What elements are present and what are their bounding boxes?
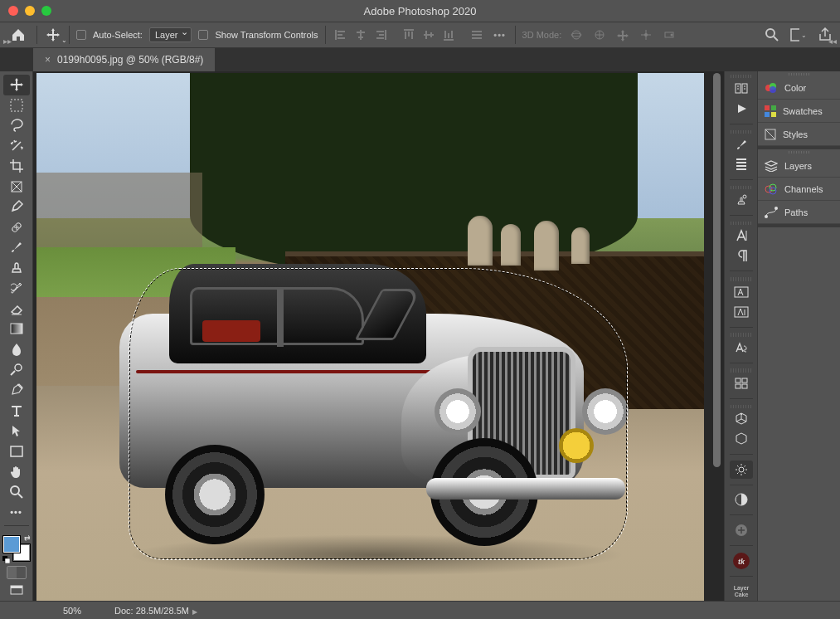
glyphs-panel-icon[interactable]	[730, 339, 753, 357]
shape-tool[interactable]	[3, 441, 30, 461]
svg-rect-25	[736, 378, 740, 383]
doc-size[interactable]: Doc: 28.5M/28.5M	[114, 606, 189, 616]
align-hcenter-button[interactable]	[352, 27, 369, 43]
styles-panel-label: Styles	[783, 129, 808, 139]
collapse-right-icon[interactable]: ◂◂	[828, 37, 837, 46]
path-selection-tool[interactable]	[3, 421, 30, 441]
properties-panel-icon[interactable]	[730, 461, 753, 479]
svg-rect-43	[771, 112, 776, 117]
3d-rotate-button[interactable]	[591, 27, 608, 43]
zoom-tool[interactable]	[3, 481, 30, 502]
info-panel-icon[interactable]	[730, 521, 753, 539]
eraser-tool[interactable]	[3, 299, 30, 319]
history-panel-icon[interactable]	[730, 80, 753, 98]
healing-brush-tool[interactable]	[3, 217, 30, 238]
overflow-button[interactable]: •••	[492, 27, 508, 43]
character-styles-panel-icon[interactable]	[730, 283, 753, 301]
clone-stamp-tool[interactable]	[3, 258, 30, 279]
clone-source-panel-icon[interactable]	[730, 191, 753, 209]
brush-settings-panel-icon[interactable]	[730, 135, 753, 154]
type-tool[interactable]	[3, 400, 30, 421]
history-brush-tool[interactable]	[3, 278, 30, 299]
pen-tool[interactable]	[3, 380, 30, 401]
paragraph-styles-panel-icon[interactable]	[730, 303, 753, 321]
svg-text:tk: tk	[737, 558, 745, 566]
document-canvas[interactable]	[36, 73, 704, 601]
swatches-panel-label: Swatches	[783, 106, 823, 116]
3d-slide-button[interactable]	[638, 27, 654, 43]
magic-wand-tool[interactable]	[3, 136, 30, 157]
quick-mask-toggle[interactable]	[7, 566, 27, 578]
actions-panel-icon[interactable]	[730, 100, 753, 118]
auto-select-checkbox[interactable]	[76, 30, 86, 40]
dock-scrollbar[interactable]	[712, 71, 722, 601]
color-swatches[interactable]: ⇄	[3, 536, 30, 561]
auto-select-target-select[interactable]: Layer	[149, 27, 192, 42]
distribute-button[interactable]	[469, 27, 485, 43]
default-colors-icon[interactable]	[2, 556, 10, 563]
materials-panel-icon[interactable]	[730, 430, 753, 448]
edit-toolbar-button[interactable]: •••	[3, 502, 30, 523]
crop-tool[interactable]	[3, 156, 30, 177]
screen-mode-button[interactable]	[3, 581, 30, 602]
3d-scale-button[interactable]	[661, 27, 677, 43]
foreground-color[interactable]	[3, 536, 20, 553]
search-button[interactable]	[764, 27, 780, 43]
channels-panel[interactable]: Channels	[758, 178, 840, 201]
window-zoom-button[interactable]	[41, 6, 51, 16]
tk-plugin-icon[interactable]: tk	[730, 552, 753, 570]
brush-tool[interactable]	[3, 237, 30, 258]
zoom-level[interactable]: 50%	[63, 606, 81, 616]
marquee-tool[interactable]	[3, 95, 30, 116]
workspace-button[interactable]: ⌄	[790, 27, 807, 43]
hand-tool[interactable]	[3, 461, 30, 482]
status-menu-arrow[interactable]: ▶	[192, 608, 197, 616]
layer-cake-plugin-icon[interactable]: LayerCake	[730, 582, 753, 601]
document-tab[interactable]: × 0199h0095.jpg @ 50% (RGB/8#)	[33, 48, 215, 71]
window-close-button[interactable]	[8, 6, 18, 16]
swatches-panel[interactable]: Swatches	[758, 100, 840, 123]
3d-pan-button[interactable]	[614, 27, 631, 43]
collapse-left-icon[interactable]: ▸▸	[3, 37, 12, 46]
svg-rect-42	[765, 112, 770, 117]
3d-orbit-button[interactable]	[568, 27, 585, 43]
align-vcenter-button[interactable]	[420, 27, 437, 43]
align-left-button[interactable]	[333, 27, 349, 43]
libraries-panel-icon[interactable]	[730, 374, 753, 392]
frame-tool[interactable]	[3, 177, 30, 197]
swap-colors-icon[interactable]: ⇄	[24, 534, 31, 542]
align-top-button[interactable]	[401, 27, 417, 43]
options-bar: ⌄ Auto-Select: Layer Show Transform Cont…	[0, 22, 840, 48]
3d-panel-icon[interactable]	[730, 410, 753, 428]
color-panel-label: Color	[784, 83, 806, 93]
eyedropper-tool[interactable]	[3, 197, 30, 217]
brushes-panel-icon[interactable]	[730, 155, 753, 173]
titlebar: Adobe Photoshop 2020	[0, 0, 840, 22]
paragraph-panel-icon[interactable]	[730, 246, 753, 265]
styles-panel[interactable]: Styles	[758, 123, 840, 146]
svg-point-6	[766, 29, 774, 37]
canvas-area[interactable]	[33, 71, 724, 601]
layers-panel-label: Layers	[784, 161, 812, 171]
3d-mode-label: 3D Mode:	[522, 30, 562, 40]
character-panel-icon[interactable]	[730, 227, 753, 245]
align-right-button[interactable]	[372, 27, 389, 43]
color-panel[interactable]: Color	[758, 76, 840, 100]
window-minimize-button[interactable]	[25, 6, 35, 16]
lasso-tool[interactable]	[3, 115, 30, 136]
paths-panel[interactable]: Paths	[758, 201, 840, 224]
move-tool[interactable]	[3, 75, 30, 95]
svg-rect-17	[5, 558, 10, 563]
gradient-tool[interactable]	[3, 319, 30, 339]
align-bottom-button[interactable]	[440, 27, 457, 43]
svg-point-13	[15, 364, 22, 371]
layers-panel[interactable]: Layers	[758, 154, 840, 178]
close-tab-icon[interactable]: ×	[45, 54, 51, 66]
move-tool-indicator[interactable]: ⌄	[44, 26, 62, 44]
svg-point-45	[765, 186, 772, 193]
adjustments-panel-icon[interactable]	[730, 490, 753, 509]
show-transform-checkbox[interactable]	[198, 30, 208, 40]
channels-icon	[765, 183, 778, 195]
dodge-tool[interactable]	[3, 359, 30, 380]
blur-tool[interactable]	[3, 339, 30, 360]
